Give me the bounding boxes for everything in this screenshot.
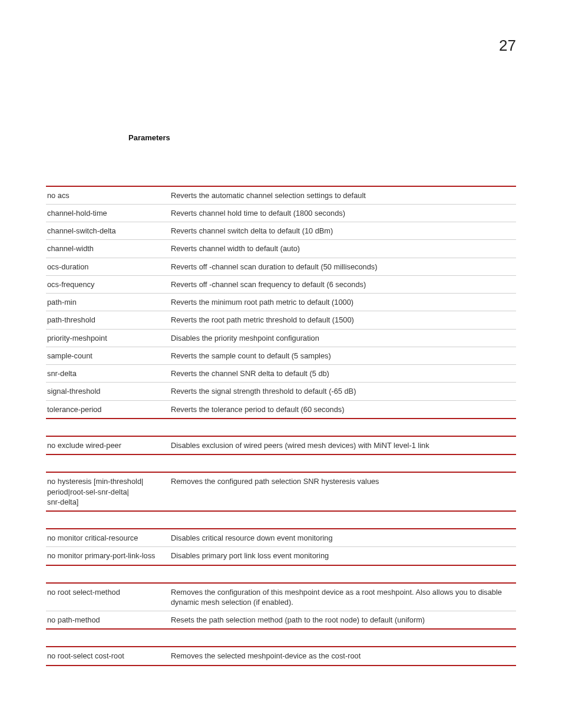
param-cell: snr-delta xyxy=(46,365,170,383)
table-row: priority-meshpointDisables the priority … xyxy=(46,329,516,347)
desc-cell: Reverts channel hold time to default (18… xyxy=(170,204,516,222)
table-row: snr-deltaReverts the channel SNR delta t… xyxy=(46,365,516,383)
page: 27 Parameters no acsReverts the automati… xyxy=(0,0,562,728)
desc-cell: Reverts off -channel scan frequency to d… xyxy=(170,275,516,293)
param-cell: path-min xyxy=(46,294,170,311)
desc-cell: Reverts the automatic channel selection … xyxy=(170,186,516,205)
group-spacer xyxy=(46,419,516,436)
param-cell: ocs-duration xyxy=(46,258,170,275)
param-cell: no monitor primary-port-link-loss xyxy=(46,547,170,565)
desc-cell: Disables primary port link loss event mo… xyxy=(170,547,516,565)
table-row: ocs-frequencyReverts off -channel scan f… xyxy=(46,275,516,293)
parameters-table: no acsReverts the automatic channel sele… xyxy=(46,186,516,666)
table-row: signal-thresholdReverts the signal stren… xyxy=(46,383,516,400)
desc-cell: Reverts the signal strength threshold to… xyxy=(170,383,516,400)
param-cell: priority-meshpoint xyxy=(46,329,170,347)
table-row: no hysteresis [min-threshold| period|roo… xyxy=(46,472,516,511)
desc-cell: Reverts channel switch delta to default … xyxy=(170,222,516,240)
param-cell: channel-switch-delta xyxy=(46,222,170,240)
param-cell: ocs-frequency xyxy=(46,275,170,293)
table-row: no monitor critical-resourceDisables cri… xyxy=(46,529,516,547)
section-heading-parameters: Parameters xyxy=(128,133,516,143)
parameters-tables: no acsReverts the automatic channel sele… xyxy=(46,186,516,666)
desc-cell: Reverts off -channel scan duration to de… xyxy=(170,258,516,275)
table-row: sample-countReverts the sample count to … xyxy=(46,347,516,364)
group-spacer xyxy=(46,454,516,472)
param-cell: signal-threshold xyxy=(46,383,170,400)
desc-cell: Removes the configured path selection SN… xyxy=(170,472,516,511)
param-cell: no root-select cost-root xyxy=(46,647,170,665)
group-spacer xyxy=(46,511,516,529)
param-cell: no monitor critical-resource xyxy=(46,529,170,547)
desc-cell: Reverts the minimum root path metric to … xyxy=(170,294,516,311)
table-row: tolerance-periodReverts the tolerance pe… xyxy=(46,400,516,419)
param-cell: no path-method xyxy=(46,611,170,630)
table-row: no exclude wired-peerDisables exclusion … xyxy=(46,436,516,454)
desc-cell: Disables critical resource down event mo… xyxy=(170,529,516,547)
param-cell: sample-count xyxy=(46,347,170,364)
desc-cell: Reverts the sample count to default (5 s… xyxy=(170,347,516,364)
table-row: channel-switch-deltaReverts channel swit… xyxy=(46,222,516,240)
table-row: no path-methodResets the path selection … xyxy=(46,611,516,630)
desc-cell: Disables the priority meshpoint configur… xyxy=(170,329,516,347)
param-cell: no hysteresis [min-threshold| period|roo… xyxy=(46,472,170,511)
desc-cell: Reverts the channel SNR delta to default… xyxy=(170,365,516,383)
param-cell: no acs xyxy=(46,186,170,205)
param-cell: no exclude wired-peer xyxy=(46,436,170,454)
table-row: no monitor primary-port-link-lossDisable… xyxy=(46,547,516,565)
desc-cell: Removes the configuration of this meshpo… xyxy=(170,583,516,611)
desc-cell: Reverts the tolerance period to default … xyxy=(170,400,516,419)
table-row: channel-widthReverts channel width to de… xyxy=(46,240,516,258)
param-cell: tolerance-period xyxy=(46,400,170,419)
param-cell: no root select-method xyxy=(46,583,170,611)
desc-cell: Reverts channel width to default (auto) xyxy=(170,240,516,258)
desc-cell: Disables exclusion of wired peers (wired… xyxy=(170,436,516,454)
param-cell: channel-width xyxy=(46,240,170,258)
desc-cell: Resets the path selection method (path t… xyxy=(170,611,516,630)
table-row: path-minReverts the minimum root path me… xyxy=(46,294,516,311)
table-row: channel-hold-timeReverts channel hold ti… xyxy=(46,204,516,222)
desc-cell: Removes the selected meshpoint-device as… xyxy=(170,647,516,665)
table-row: no acsReverts the automatic channel sele… xyxy=(46,186,516,205)
group-spacer xyxy=(46,565,516,583)
table-row: no root select-methodRemoves the configu… xyxy=(46,583,516,611)
table-row: ocs-durationReverts off -channel scan du… xyxy=(46,258,516,275)
table-row: path-thresholdReverts the root path metr… xyxy=(46,311,516,329)
table-row: no root-select cost-rootRemoves the sele… xyxy=(46,647,516,665)
desc-cell: Reverts the root path metric threshold t… xyxy=(170,311,516,329)
param-cell: path-threshold xyxy=(46,311,170,329)
page-number: 27 xyxy=(499,35,516,56)
group-spacer xyxy=(46,629,516,647)
param-cell: channel-hold-time xyxy=(46,204,170,222)
